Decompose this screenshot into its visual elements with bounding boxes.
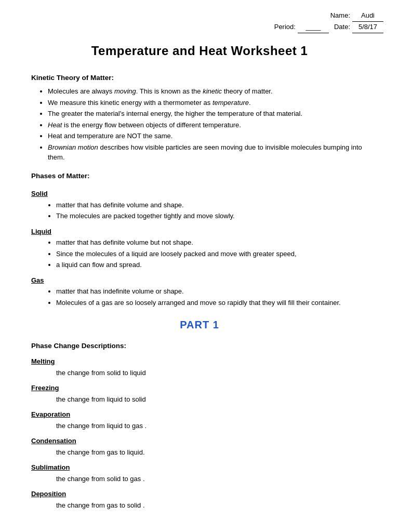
- kinetic-bullet-2: We measure this kinetic energy with a th…: [48, 98, 368, 108]
- name-line: Name: Audi: [274, 10, 383, 22]
- kinetic-bullet-1: Molecules are always moving. This is kno…: [48, 86, 368, 97]
- phase-change-heading: Phase Change Descriptions:: [31, 341, 368, 351]
- gas-phase: Gas matter that has indefinite volume or…: [31, 271, 368, 308]
- date-label: Date:: [334, 22, 350, 33]
- gas-label: Gas: [31, 275, 44, 286]
- worksheet-page: Name: Audi Period: ____ Date: 5/8/17 Tem…: [0, 0, 399, 532]
- kinetic-bullet-3: The greater the material's internal ener…: [48, 109, 368, 119]
- header-info: Name: Audi Period: ____ Date: 5/8/17: [274, 10, 383, 33]
- kinetic-bullet-6: Brownian motion describes how visible pa…: [48, 142, 368, 163]
- solid-bullet-2: The molecules are packed together tightl…: [56, 211, 368, 221]
- liquid-phase: Liquid matter that has definite volume b…: [31, 222, 368, 270]
- melting-desc: the change from solid to liquid: [31, 368, 368, 378]
- period-date-line: Period: ____ Date: 5/8/17: [274, 22, 383, 33]
- main-title: Temperature and Heat Worksheet 1: [31, 42, 368, 60]
- condensation-term: Condensation: [31, 436, 368, 446]
- evaporation-term: Evaporation: [31, 409, 368, 420]
- freezing-desc: the change from liquid to solid: [31, 394, 368, 405]
- kinetic-theory-section: Kinetic Theory of Matter: Molecules are …: [31, 73, 368, 163]
- solid-label: Solid: [31, 189, 48, 199]
- solid-bullets: matter that has definite volume and shap…: [31, 200, 368, 221]
- solid-bullet-1: matter that has definite volume and shap…: [56, 200, 368, 210]
- part1-heading: PART 1: [31, 317, 368, 332]
- deposition-term: Deposition: [31, 489, 368, 499]
- gas-bullet-1: matter that has indefinite volume or sha…: [56, 286, 368, 297]
- gas-bullet-2: Molecules of a gas are so loosely arrang…: [56, 298, 368, 308]
- liquid-bullet-1: matter that has definite volume but not …: [56, 237, 368, 248]
- liquid-bullet-3: a liquid can flow and spread.: [56, 260, 368, 270]
- name-value: Audi: [352, 10, 383, 22]
- name-label: Name:: [330, 10, 350, 22]
- period-blank: ____: [298, 22, 329, 33]
- deposition-desc: the change from gas to solid .: [31, 500, 368, 511]
- condensation-desc: the change from gas to liquid.: [31, 447, 368, 458]
- phases-of-matter-section: Phases of Matter: Solid matter that has …: [31, 171, 368, 308]
- gas-bullets: matter that has indefinite volume or sha…: [31, 286, 368, 308]
- melting-term: Melting: [31, 356, 368, 367]
- phase-change-section: Phase Change Descriptions: Melting the c…: [31, 341, 368, 510]
- kinetic-bullet-4: Heat is the energy flow between objects …: [48, 120, 368, 130]
- evaporation-desc: the change from liquid to gas .: [31, 421, 368, 431]
- sublimation-desc: the change from solid to gas .: [31, 474, 368, 484]
- liquid-bullets: matter that has definite volume but not …: [31, 237, 368, 270]
- period-label: Period:: [274, 22, 296, 33]
- kinetic-theory-list: Molecules are always moving. This is kno…: [31, 86, 368, 163]
- kinetic-bullet-5: Heat and temperature are NOT the same.: [48, 131, 368, 141]
- liquid-bullet-2: Since the molecules of a liquid are loos…: [56, 249, 368, 259]
- date-value: 5/8/17: [352, 22, 383, 33]
- freezing-term: Freezing: [31, 383, 368, 393]
- sublimation-term: Sublimation: [31, 462, 368, 473]
- phases-heading: Phases of Matter:: [31, 171, 368, 181]
- liquid-label: Liquid: [31, 227, 51, 237]
- solid-phase: Solid matter that has definite volume an…: [31, 184, 368, 221]
- kinetic-theory-heading: Kinetic Theory of Matter:: [31, 73, 368, 83]
